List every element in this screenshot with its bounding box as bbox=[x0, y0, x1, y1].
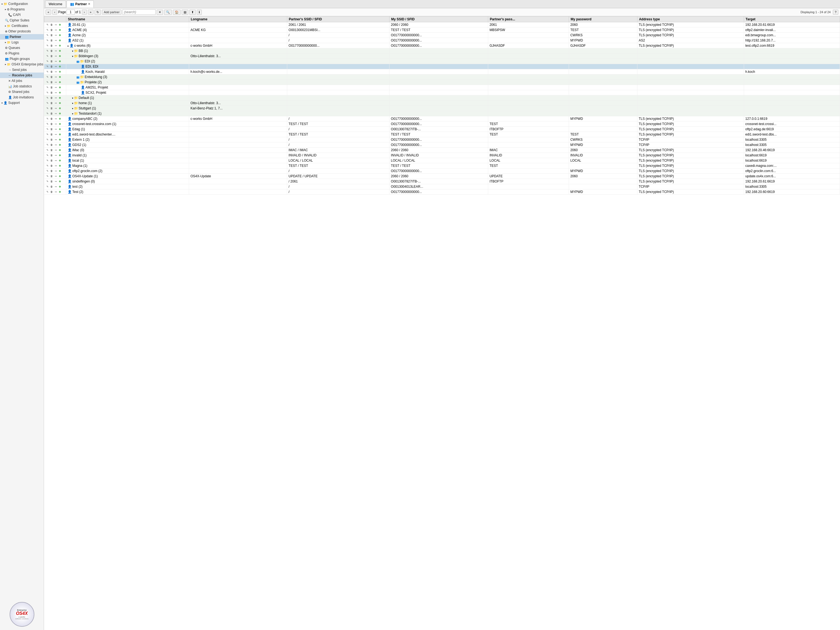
table-row[interactable]: ✎ 🗑 ⇒ ⊕ ▾📁Stuttgart (1)Karl-Benz-Platz 1… bbox=[44, 106, 840, 111]
row-arrow-btn[interactable]: ⇒ bbox=[54, 190, 58, 194]
row-arrow-btn[interactable]: ⇒ bbox=[54, 112, 58, 115]
table-row[interactable]: ✎ 🗑 ⇒ ⊕ ▸👤c-works (6)c-works GmbHO017700… bbox=[44, 43, 840, 48]
row-arrow-btn[interactable]: ⇒ bbox=[54, 101, 58, 105]
row-edit-btn[interactable]: ✎ bbox=[46, 148, 49, 152]
row-edit-btn[interactable]: ✎ bbox=[46, 138, 49, 142]
table-row[interactable]: ✎ 🗑 ⇒ ⊕ 👥📁Entwicklung (3) bbox=[44, 74, 840, 80]
row-arrow-btn[interactable]: ⇒ bbox=[54, 133, 58, 136]
row-delete-btn[interactable]: 🗑 bbox=[50, 96, 54, 100]
sidebar-item-cipher-suites[interactable]: 🔍Cipher Suites bbox=[0, 17, 44, 23]
row-edit-btn[interactable]: ✎ bbox=[46, 91, 49, 95]
refresh-btn[interactable]: ↻ bbox=[95, 9, 101, 15]
row-edit-btn[interactable]: ✎ bbox=[46, 174, 49, 178]
row-edit-btn[interactable]: ✎ bbox=[46, 65, 49, 68]
row-edit-btn[interactable]: ✎ bbox=[46, 38, 49, 42]
row-arrow-btn[interactable]: ⇒ bbox=[54, 117, 58, 121]
row-edit-btn[interactable]: ✎ bbox=[46, 117, 49, 121]
row-delete-btn[interactable]: 🗑 bbox=[50, 112, 54, 115]
row-arrow-btn[interactable]: ⇒ bbox=[54, 70, 58, 74]
clear-search-btn[interactable]: ✕ bbox=[157, 9, 163, 15]
sidebar-item-queues[interactable]: ⚙Queues bbox=[0, 45, 44, 51]
row-arrow-btn[interactable]: ⇒ bbox=[54, 153, 58, 157]
table-row[interactable]: ✎ 🗑 ⇒ ⊕ 👤20.61 (1)2061 / 20612060 / 2060… bbox=[44, 22, 840, 27]
row-add-btn[interactable]: ⊕ bbox=[58, 80, 62, 84]
sidebar-item-other-protocols[interactable]: ⊕Other protocols bbox=[0, 28, 44, 34]
row-add-btn[interactable]: ⊕ bbox=[58, 127, 62, 131]
row-edit-btn[interactable]: ✎ bbox=[46, 169, 49, 173]
row-edit-btn[interactable]: ✎ bbox=[46, 112, 49, 115]
row-edit-btn[interactable]: ✎ bbox=[46, 33, 49, 37]
row-add-btn[interactable]: ⊕ bbox=[58, 65, 62, 68]
table-row[interactable]: ✎ 🗑 ⇒ ⊕ ▾📁BB (1) bbox=[44, 48, 840, 54]
row-add-btn[interactable]: ⊕ bbox=[58, 23, 62, 27]
col-target[interactable]: Target bbox=[744, 16, 840, 22]
add-partner-btn[interactable]: Add partner bbox=[102, 9, 122, 14]
row-arrow-btn[interactable]: ⇒ bbox=[54, 159, 58, 163]
row-add-btn[interactable]: ⊕ bbox=[58, 28, 62, 32]
table-row[interactable]: ✎ 🗑 ⇒ ⊕ 👤SCX2, Projekt bbox=[44, 90, 840, 95]
nav-last-btn[interactable]: » bbox=[88, 9, 93, 14]
table-row[interactable]: ✎ 🗑 ⇒ ⊕ 👤edi1.sword-test.dbschenter....T… bbox=[44, 132, 840, 137]
col-partners-ssid[interactable]: Partner's SSID / SFID bbox=[287, 16, 389, 22]
row-add-btn[interactable]: ⊕ bbox=[58, 143, 62, 147]
row-add-btn[interactable]: ⊕ bbox=[58, 117, 62, 121]
row-add-btn[interactable]: ⊕ bbox=[58, 180, 62, 183]
table-row[interactable]: ✎ 🗑 ⇒ ⊕ 👤Edag (1)/O0013007827ITB-...ITBO… bbox=[44, 127, 840, 132]
row-edit-btn[interactable]: ✎ bbox=[46, 75, 49, 79]
sidebar-item-certificates[interactable]: ▸📁Certificates bbox=[0, 23, 44, 28]
row-arrow-btn[interactable]: ⇒ bbox=[54, 85, 58, 89]
row-add-btn[interactable]: ⊕ bbox=[58, 122, 62, 126]
row-arrow-btn[interactable]: ⇒ bbox=[54, 28, 58, 32]
row-add-btn[interactable]: ⊕ bbox=[58, 44, 62, 47]
row-edit-btn[interactable]: ✎ bbox=[46, 28, 49, 32]
tab-close-partner[interactable]: ✕ bbox=[88, 3, 90, 5]
row-edit-btn[interactable]: ✎ bbox=[46, 85, 49, 89]
row-delete-btn[interactable]: 🗑 bbox=[50, 153, 54, 157]
row-arrow-btn[interactable]: ⇒ bbox=[54, 49, 58, 53]
row-delete-btn[interactable]: 🗑 bbox=[50, 106, 54, 110]
row-edit-btn[interactable]: ✎ bbox=[46, 44, 49, 47]
row-arrow-btn[interactable]: ⇒ bbox=[54, 54, 58, 58]
sidebar-item-job-statistics[interactable]: 📊Job statistics bbox=[0, 84, 44, 89]
table-row[interactable]: ✎ 🗑 ⇒ ⊕ 👤companyABC (2)c-works GmbH/O017… bbox=[44, 116, 840, 122]
row-add-btn[interactable]: ⊕ bbox=[58, 38, 62, 42]
expand-icon[interactable]: 👥 bbox=[76, 60, 79, 63]
row-arrow-btn[interactable]: ⇒ bbox=[54, 23, 58, 27]
table-row[interactable]: ✎ 🗑 ⇒ ⊕ ▾📁Böblingen (3)Otto-Lilienthalst… bbox=[44, 54, 840, 59]
row-edit-btn[interactable]: ✎ bbox=[46, 143, 49, 147]
row-add-btn[interactable]: ⊕ bbox=[58, 59, 62, 63]
row-arrow-btn[interactable]: ⇒ bbox=[54, 33, 58, 37]
search-input[interactable] bbox=[123, 9, 156, 15]
table-row[interactable]: ✎ 🗑 ⇒ ⊕ 👤Acme (2)/O01770000000000...CWRK… bbox=[44, 33, 840, 38]
help-btn[interactable]: ? bbox=[833, 9, 838, 14]
row-delete-btn[interactable]: 🗑 bbox=[50, 38, 54, 42]
row-edit-btn[interactable]: ✎ bbox=[46, 127, 49, 131]
table-row[interactable]: ✎ 🗑 ⇒ ⊕ 👤Test (2)/O01770000000000...MYPW… bbox=[44, 189, 840, 194]
table-row[interactable]: ✎ 🗑 ⇒ ⊕ ▾📁home (1)Otto-Lilienthalstr. 3.… bbox=[44, 101, 840, 106]
sidebar-item-receive-jobs[interactable]: ←Receive jobs bbox=[0, 73, 44, 78]
row-delete-btn[interactable]: 🗑 bbox=[50, 159, 54, 163]
row-edit-btn[interactable]: ✎ bbox=[46, 49, 49, 53]
table-row[interactable]: ✎ 🗑 ⇒ ⊕ 👤Extern 1 (2)/O01770000000000...… bbox=[44, 137, 840, 142]
nav-prev-btn[interactable]: ‹ bbox=[52, 9, 57, 14]
row-edit-btn[interactable]: ✎ bbox=[46, 159, 49, 163]
table-row[interactable]: ✎ 🗑 ⇒ ⊕ ▾📁Default (1) bbox=[44, 95, 840, 101]
expand-icon[interactable]: ▾ bbox=[72, 112, 73, 115]
sidebar-item-support[interactable]: ▸👤Support bbox=[0, 100, 44, 106]
table-row[interactable]: ✎ 🗑 ⇒ ⊕ 👤Magna (1)TEST / TESTTEST / TEST… bbox=[44, 163, 840, 169]
expand-icon[interactable]: ▾ bbox=[72, 50, 73, 52]
row-add-btn[interactable]: ⊕ bbox=[58, 138, 62, 142]
row-add-btn[interactable]: ⊕ bbox=[58, 112, 62, 115]
row-arrow-btn[interactable]: ⇒ bbox=[54, 38, 58, 42]
sidebar-item-configuration[interactable]: ▸📁Configuration bbox=[0, 1, 44, 6]
sidebar-item-plugins[interactable]: ⚙Plugins bbox=[0, 51, 44, 56]
table-row[interactable]: ✎ 🗑 ⇒ ⊕ 👤AM251, Projekt bbox=[44, 85, 840, 90]
expand-icon[interactable]: 👥 bbox=[76, 81, 79, 84]
row-edit-btn[interactable]: ✎ bbox=[46, 153, 49, 157]
row-delete-btn[interactable]: 🗑 bbox=[50, 127, 54, 131]
nav-next-btn[interactable]: › bbox=[82, 9, 87, 14]
row-edit-btn[interactable]: ✎ bbox=[46, 106, 49, 110]
row-add-btn[interactable]: ⊕ bbox=[58, 91, 62, 95]
table-row[interactable]: ✎ 🗑 ⇒ ⊕ 👤Koch, Haraldh.koch@c-works.de..… bbox=[44, 69, 840, 74]
row-add-btn[interactable]: ⊕ bbox=[58, 159, 62, 163]
